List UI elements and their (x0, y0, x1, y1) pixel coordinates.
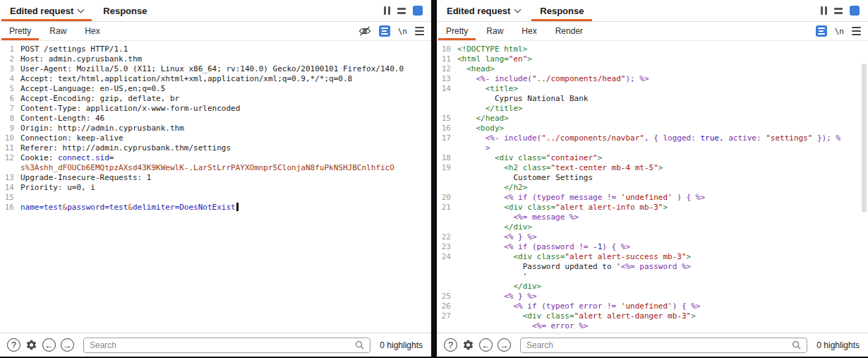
code-text: </head> (457, 114, 509, 124)
tab-edited-request[interactable]: Edited request (0, 0, 93, 21)
code-line: 17 <%- include("../components/navbar", {… (437, 133, 868, 143)
tab-response[interactable]: Response (93, 0, 157, 21)
line-number: 25 (437, 292, 451, 302)
code-line: <%= message %> (437, 213, 868, 222)
view-tab-pretty[interactable]: Pretty (0, 22, 40, 40)
view-tab-hex[interactable]: Hex (76, 22, 109, 40)
code-line: </h2> (437, 183, 868, 193)
editor-menu-icon[interactable] (415, 27, 424, 35)
code-text: Referer: http://admin.cyprusbank.thm/set… (20, 143, 231, 153)
tab-response[interactable]: Response (530, 0, 593, 21)
code-line: 22 <% } %> (437, 232, 868, 242)
line-number: 17 (437, 133, 451, 143)
line-number: 12 (0, 153, 14, 163)
panel-divider[interactable] (431, 0, 437, 357)
code-line: 13 <%- include("../components/head"); %> (437, 74, 868, 84)
code-line: 27 <div class="alert alert-danger mb-3"> (437, 311, 868, 321)
line-number: 12 (437, 64, 451, 74)
code-line: 16name=test&password=test&delimiter=Does… (0, 203, 431, 213)
message-tabs: Edited requestResponse (437, 0, 593, 21)
search-prev-button[interactable]: ← (42, 338, 56, 352)
show-newlines-icon[interactable]: \n (398, 27, 407, 36)
code-line: 4Accept: text/html,application/xhtml+xml… (0, 74, 431, 84)
code-line: 9Origin: http://admin.cyprusbank.thm (0, 124, 431, 133)
code-text: <% if (password != -1) { %> (457, 242, 630, 252)
tab-edited-request[interactable]: Edited request (437, 0, 530, 21)
tab-label: Edited request (447, 6, 510, 16)
code-text: <body> (457, 124, 504, 133)
layout-rows-icon[interactable] (834, 8, 843, 14)
code-text: <div class="alert alert-info mb-3"> (457, 203, 668, 213)
line-number: 10 (437, 44, 451, 54)
code-line: 21 <div class="alert alert-info mb-3"> (437, 203, 868, 213)
response-view-tabs-row: PrettyRawHexRender \n (437, 22, 868, 41)
view-tab-render[interactable]: Render (546, 22, 592, 40)
code-line: 11<html lang="en"> (437, 54, 868, 64)
layout-controls (821, 0, 868, 21)
editor-scrollbar[interactable] (861, 44, 867, 330)
hide-highlights-icon[interactable] (358, 26, 371, 36)
code-text: Accept: text/html,application/xhtml+xml,… (20, 74, 352, 84)
show-newlines-icon[interactable]: \n (835, 27, 844, 36)
response-editor[interactable]: 10<!DOCTYPE html>11<html lang="en">12 <h… (437, 41, 868, 333)
help-button[interactable]: ? (7, 338, 20, 352)
line-number: 11 (0, 143, 14, 153)
line-number (437, 282, 451, 292)
code-text: </h2> (457, 183, 527, 193)
request-editor[interactable]: 1POST /settings HTTP/1.12Host: admin.cyp… (0, 41, 431, 333)
search-settings-button[interactable] (462, 339, 474, 351)
code-line: 15 </head> (437, 114, 868, 124)
code-line: 1POST /settings HTTP/1.1 (0, 44, 431, 54)
code-text: s%3Ashh_dFOUCb6EMQtpzAXsd43K9KWewlK-.Lar… (20, 163, 394, 173)
view-tab-raw[interactable]: Raw (40, 22, 76, 40)
code-line: s%3Ashh_dFOUCb6EMQtpzAXsd43K9KWewlK-.Lar… (0, 163, 431, 173)
line-number: 15 (437, 114, 451, 124)
search-field (83, 338, 370, 353)
layout-single-icon[interactable] (850, 6, 860, 16)
view-tabs: PrettyRawHexRender (437, 22, 592, 40)
code-line: 19 <h2 class="text-center mb-4 mt-5"> (437, 163, 868, 173)
line-number: 21 (437, 203, 451, 213)
layout-single-icon[interactable] (413, 6, 423, 16)
search-next-button[interactable]: → (498, 338, 511, 352)
search-next-button[interactable]: → (61, 338, 74, 352)
code-line: 12Cookie: connect.sid= (0, 153, 431, 163)
view-controls: \n (358, 22, 431, 40)
repeater-view: Edited requestResponse PrettyRawHex \n (0, 0, 868, 358)
line-number: 24 (437, 252, 451, 262)
search-prev-button[interactable]: ← (479, 338, 493, 352)
search-settings-button[interactable] (25, 339, 37, 351)
pretty-print-icon[interactable] (816, 25, 827, 37)
gear-icon (462, 339, 474, 351)
view-tab-raw[interactable]: Raw (477, 22, 512, 40)
code-line: 24 <div class="alert alert-success mb-3"… (437, 252, 868, 262)
line-number (437, 173, 451, 183)
view-tab-hex[interactable]: Hex (512, 22, 545, 40)
help-button[interactable]: ? (444, 338, 457, 352)
response-tabbar: Edited requestResponse (437, 0, 868, 22)
line-number: 14 (0, 183, 14, 193)
code-text: <%- include("../components/navbar", { lo… (457, 133, 840, 143)
code-line: </div> (437, 222, 868, 232)
search-input[interactable] (526, 340, 792, 350)
code-text: <%- include("../components/head"); %> (457, 74, 649, 84)
request-code: 1POST /settings HTTP/1.12Host: admin.cyp… (0, 44, 431, 213)
line-number (437, 143, 451, 153)
pretty-print-icon[interactable] (379, 25, 390, 37)
layout-rows-icon[interactable] (397, 8, 406, 14)
line-number (0, 163, 14, 173)
response-panel: Edited requestResponse PrettyRawHexRende… (437, 0, 868, 357)
code-line: 26 <% if (typeof error != 'undefined') {… (437, 302, 868, 311)
view-tab-pretty[interactable]: Pretty (437, 22, 477, 40)
request-search-bar: ? ← → 0 highlights (0, 333, 431, 357)
code-text: <% } %> (457, 232, 537, 242)
code-text: Origin: http://admin.cyprusbank.thm (20, 124, 184, 133)
view-controls: \n (816, 22, 868, 40)
code-line: 23 <% if (password != -1) { %> (437, 242, 868, 252)
scrollbar-thumb[interactable] (862, 64, 867, 213)
layout-columns-icon[interactable] (821, 6, 827, 15)
search-input[interactable] (90, 340, 355, 350)
editor-menu-icon[interactable] (852, 27, 861, 35)
layout-columns-icon[interactable] (384, 6, 390, 15)
code-text: </div> (457, 222, 532, 232)
